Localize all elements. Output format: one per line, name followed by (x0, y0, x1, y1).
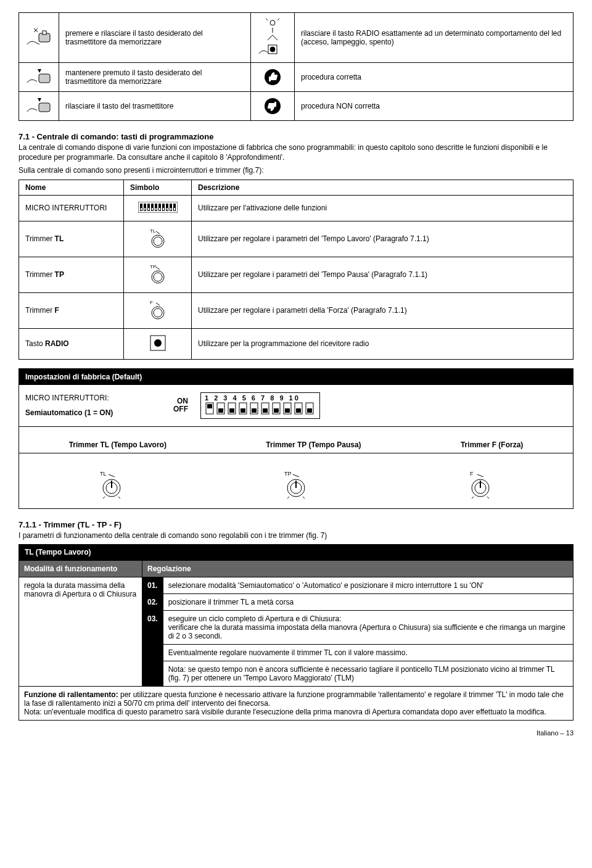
nome-r3-desc: Utilizzare per regolare i parametri del … (192, 257, 574, 292)
svg-rect-28 (170, 208, 171, 210)
nome-r5-name: Tasto RADIO (19, 328, 124, 359)
nome-r2-desc: Utilizzare per regolare i parametri del … (192, 221, 574, 257)
defaults-tf: Trimmer F (Forza) (461, 440, 523, 449)
svg-point-32 (154, 237, 162, 246)
svg-rect-22 (148, 208, 149, 210)
svg-text:TL: TL (100, 471, 107, 477)
nome-r2-name: Trimmer TL (19, 221, 124, 257)
svg-rect-25 (159, 208, 160, 210)
svg-rect-54 (274, 408, 279, 413)
nome-r3-name: Trimmer TP (19, 257, 124, 292)
tl-s3c: Eventualmente regolare nuovamente il tri… (163, 645, 573, 661)
nome-h2: Simbolo (124, 180, 192, 195)
legend-r1b: rilasciare il tasto RADIO esattamente ad… (294, 13, 573, 63)
svg-rect-26 (163, 208, 164, 210)
legend-r2a: mantenere premuto il tasto desiderato de… (59, 63, 251, 92)
section-7-1-1-title: 7.1.1 - Trimmer (TL - TP - F) (18, 520, 574, 529)
svg-rect-50 (252, 408, 257, 413)
tl-s3d: Nota: se questo tempo non è ancora suffi… (163, 661, 573, 687)
svg-text:TP: TP (150, 264, 156, 270)
icon-hand-release (19, 92, 59, 121)
defaults-tp: Trimmer TP (Tempo Pausa) (266, 440, 361, 449)
section-7-1-text1: La centrale di comando dispone di varie … (18, 143, 574, 162)
page-footer: Italiano – 13 (18, 729, 574, 737)
svg-text:TL: TL (150, 228, 156, 234)
trimmer-tl-icon: TL (124, 221, 192, 257)
legend-table: premere e rilasciare il tasto desiderato… (18, 12, 574, 121)
tl-s3ab: eseguire un ciclo completo di Apertura e… (163, 611, 573, 645)
svg-point-4 (270, 47, 275, 52)
icon-thumbs-down (250, 92, 294, 121)
trimmer-f-icon: F (124, 292, 192, 328)
dip-switch-default-icon: 1 2 3 4 5 6 7 8 9 10 (200, 392, 320, 419)
section-7-1-1-text: I parametri di funzionamento della centr… (18, 531, 574, 541)
svg-rect-27 (166, 208, 168, 210)
nome-h1: Nome (19, 180, 124, 195)
svg-point-2 (270, 20, 275, 25)
nome-r1-name: MICRO INTERRUTTORI (19, 195, 124, 221)
defaults-semi: Semiautomatico (1 = ON) (25, 408, 161, 417)
nome-table: Nome Simbolo Descrizione MICRO INTERRUTT… (18, 180, 574, 360)
nome-r5-desc: Utilizzare per la programmazione del ric… (192, 328, 574, 359)
step-02: 02. (142, 594, 163, 611)
svg-rect-58 (296, 408, 301, 413)
svg-rect-60 (307, 408, 312, 413)
svg-rect-46 (229, 408, 234, 413)
svg-rect-1 (43, 31, 46, 35)
defaults-title: Impostazioni di fabbrica (Default) (19, 369, 573, 385)
trimmer-f-default-icon: F (465, 469, 496, 502)
svg-rect-23 (152, 208, 153, 210)
svg-rect-20 (141, 208, 142, 210)
nome-h3: Descrizione (192, 180, 574, 195)
legend-r1a: premere e rilasciare il tasto desiderato… (59, 13, 251, 63)
svg-rect-56 (285, 408, 290, 413)
svg-point-35 (154, 273, 162, 281)
tl-table: Modalità di funzionamento Regolazione re… (18, 560, 574, 721)
trimmer-tp-icon: TP (124, 257, 192, 292)
nome-r4-desc: Utilizzare per regolare i parametri dell… (192, 292, 574, 328)
tl-regh: Regolazione (142, 561, 574, 577)
svg-rect-7 (39, 103, 50, 112)
svg-rect-29 (174, 208, 175, 210)
icon-thumbs-up (250, 63, 294, 92)
section-7-1-title: 7.1 - Centrale di comando: tasti di prog… (18, 132, 574, 141)
svg-point-40 (154, 339, 162, 347)
trimmer-tl-default-icon: TL (96, 469, 127, 502)
defaults-box: Impostazioni di fabbrica (Default) MICRO… (18, 368, 574, 509)
defaults-tl: Trimmer TL (Tempo Lavoro) (69, 440, 166, 449)
tl-title: TL (Tempo Lavoro) (18, 544, 574, 560)
step-01: 01. (142, 577, 163, 594)
dip-switch-icon (124, 195, 192, 221)
icon-led-radio (250, 13, 294, 63)
defaults-off: OFF (173, 405, 188, 413)
tl-s2: posizionare il trimmer TL a metà corsa (163, 594, 573, 611)
svg-text:F: F (150, 300, 153, 305)
svg-text:F: F (470, 471, 474, 477)
legend-r2b: procedura corretta (294, 63, 573, 92)
svg-text:TP: TP (284, 471, 292, 477)
radio-button-icon (124, 328, 192, 359)
nome-r4-name: Trimmer F (19, 292, 124, 328)
icon-hand-press (19, 13, 59, 63)
svg-rect-24 (155, 208, 157, 210)
legend-r3a: rilasciare il tasto del trasmettitore (59, 92, 251, 121)
svg-point-38 (154, 308, 162, 317)
section-7-1-text2: Sulla centrale di comando sono presenti … (18, 166, 574, 176)
svg-rect-48 (240, 408, 245, 413)
svg-rect-52 (263, 408, 268, 413)
svg-rect-5 (39, 74, 50, 83)
trimmer-tp-default-icon: TP (281, 469, 311, 502)
defaults-mi: MICRO INTERRUTTORI: (25, 394, 161, 402)
svg-rect-44 (218, 408, 223, 413)
tl-funz: Funzione di rallentamento: per utilizzar… (19, 687, 574, 721)
tl-s1: selezionare modalità 'Semiautomatico' o … (163, 577, 573, 594)
svg-rect-21 (144, 208, 146, 210)
legend-r3b: procedura NON corretta (294, 92, 573, 121)
icon-hand-hold (19, 63, 59, 92)
nome-r1-desc: Utilizzare per l'attivazione delle funzi… (192, 195, 574, 221)
tl-mod: regola la durata massima della manovra d… (19, 577, 142, 687)
step-03: 03. (142, 611, 163, 687)
svg-rect-42 (207, 404, 212, 408)
tl-modh: Modalità di funzionamento (19, 561, 142, 577)
